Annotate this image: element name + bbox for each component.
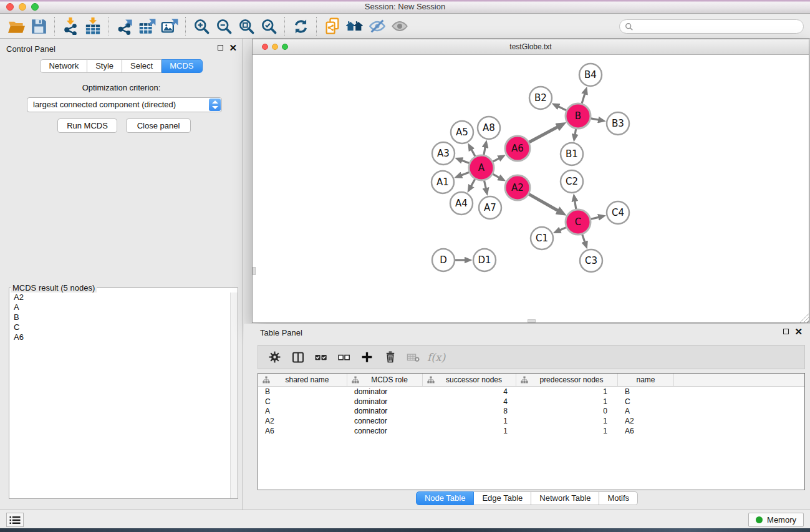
table-cell[interactable]: A2 xyxy=(258,417,347,425)
node-A3[interactable]: A3 xyxy=(432,142,455,165)
edge-C-C4[interactable] xyxy=(591,217,599,219)
node-C1[interactable]: C1 xyxy=(531,227,553,249)
table-header[interactable]: shared nameMCDS rolesuccessor nodesprede… xyxy=(258,374,804,387)
memory-button[interactable]: Memory xyxy=(748,513,804,527)
column-header-name[interactable]: name xyxy=(618,374,674,386)
select-all-icon[interactable] xyxy=(311,348,331,367)
table-cell[interactable]: 1 xyxy=(423,427,516,435)
minimize-window-button[interactable] xyxy=(19,3,26,11)
table-options-icon[interactable] xyxy=(264,348,285,367)
edge-A2-C[interactable] xyxy=(529,194,558,211)
tab-mcds[interactable]: MCDS xyxy=(162,59,202,73)
save-session-icon[interactable] xyxy=(27,16,50,37)
table-cell[interactable]: 1 xyxy=(516,397,618,406)
zoom-out-icon[interactable] xyxy=(213,16,235,37)
show-all-icon[interactable] xyxy=(388,16,411,37)
new-network-from-selection-icon[interactable] xyxy=(321,16,344,37)
table-row[interactable]: Cdominator41C xyxy=(258,397,804,407)
column-header-predecessor-nodes[interactable]: predecessor nodes xyxy=(516,374,618,386)
column-header-shared-name[interactable]: shared name xyxy=(258,374,347,386)
tab-motifs[interactable]: Motifs xyxy=(599,491,638,505)
node-C3[interactable]: C3 xyxy=(580,249,602,272)
tab-style[interactable]: Style xyxy=(87,59,122,73)
edge-B-B4[interactable] xyxy=(582,94,585,104)
table-cell[interactable]: connector xyxy=(347,417,423,425)
zoom-selected-icon[interactable] xyxy=(258,16,280,37)
hide-selected-icon[interactable] xyxy=(366,16,388,37)
open-session-icon[interactable] xyxy=(5,16,27,37)
float-panel-icon[interactable] xyxy=(218,45,223,51)
net-minimize-button[interactable] xyxy=(272,44,278,50)
close-table-panel-icon[interactable]: ✕ xyxy=(794,328,803,335)
node-B[interactable]: B xyxy=(566,104,591,128)
table-cell[interactable]: 0 xyxy=(516,407,618,415)
table-cell[interactable]: A6 xyxy=(258,427,347,435)
table-cell[interactable]: dominator xyxy=(347,387,423,396)
close-window-button[interactable] xyxy=(6,3,14,11)
table-cell[interactable]: B xyxy=(258,387,347,396)
table-cell[interactable]: A2 xyxy=(618,417,674,425)
import-table-icon[interactable] xyxy=(82,16,104,37)
close-panel-icon[interactable]: ✕ xyxy=(229,44,237,51)
column-header-MCDS-role[interactable]: MCDS role xyxy=(347,374,423,386)
tab-network-table[interactable]: Network Table xyxy=(531,491,599,505)
table-cell[interactable]: 1 xyxy=(423,417,516,425)
node-A6[interactable]: A6 xyxy=(505,136,530,161)
result-item[interactable]: A2 xyxy=(9,293,238,302)
table-cell[interactable]: A6 xyxy=(618,427,674,435)
search-input[interactable] xyxy=(634,22,798,32)
edge-A-A3[interactable] xyxy=(461,160,469,163)
criterion-select[interactable]: largest connected component (directed) xyxy=(27,97,222,112)
result-item[interactable]: B xyxy=(9,312,238,322)
table-row[interactable]: A2connector11A2 xyxy=(258,416,804,426)
float-table-panel-icon[interactable] xyxy=(783,329,789,334)
node-A5[interactable]: A5 xyxy=(451,121,473,143)
tab-node-table[interactable]: Node Table xyxy=(416,491,475,505)
mcds-result-list[interactable]: A2ABCA6 xyxy=(9,293,238,498)
node-A2[interactable]: A2 xyxy=(505,175,530,200)
tab-edge-table[interactable]: Edge Table xyxy=(474,491,531,505)
node-C4[interactable]: C4 xyxy=(607,201,629,224)
table-cell[interactable]: dominator xyxy=(347,397,423,406)
node-D[interactable]: D xyxy=(432,249,455,271)
node-table[interactable]: shared nameMCDS rolesuccessor nodesprede… xyxy=(258,373,805,490)
export-network-icon[interactable] xyxy=(113,16,136,37)
import-network-icon[interactable] xyxy=(59,16,82,37)
edge-A-A7[interactable] xyxy=(484,181,486,189)
delete-column-icon[interactable] xyxy=(380,348,400,367)
table-cell[interactable]: B xyxy=(618,387,674,396)
table-cell[interactable]: 1 xyxy=(516,387,618,396)
function-builder-icon[interactable]: f(x) xyxy=(426,351,445,364)
export-image-icon[interactable] xyxy=(158,16,181,37)
table-cell[interactable]: C xyxy=(618,397,674,406)
table-cell[interactable]: dominator xyxy=(347,407,423,415)
add-column-icon[interactable] xyxy=(357,348,377,367)
edge-B-B2[interactable] xyxy=(558,106,566,110)
zoom-in-icon[interactable] xyxy=(190,16,213,37)
net-close-button[interactable] xyxy=(262,44,268,50)
node-C2[interactable]: C2 xyxy=(561,170,583,193)
edge-A-A2[interactable] xyxy=(493,174,499,178)
close-panel-button[interactable]: Close panel xyxy=(126,118,191,133)
edge-A-A6[interactable] xyxy=(493,158,499,162)
node-A1[interactable]: A1 xyxy=(432,171,454,193)
network-graph[interactable]: B4B2B3A5A8A3B1A1C2A4A7C4C1C3DD1BA6AA2C xyxy=(253,55,809,322)
zoom-window-button[interactable] xyxy=(31,3,39,11)
node-B1[interactable]: B1 xyxy=(561,143,583,165)
edge-C-C1[interactable] xyxy=(559,228,566,231)
node-A7[interactable]: A7 xyxy=(479,196,501,219)
zoom-fit-icon[interactable] xyxy=(235,16,258,37)
result-item[interactable]: C xyxy=(9,322,238,332)
node-B2[interactable]: B2 xyxy=(529,87,552,109)
net-zoom-button[interactable] xyxy=(282,44,288,50)
table-cell[interactable]: 4 xyxy=(423,387,516,396)
tab-select[interactable]: Select xyxy=(122,59,162,73)
table-cell[interactable]: 4 xyxy=(423,397,516,406)
node-A8[interactable]: A8 xyxy=(478,117,500,139)
deselect-all-icon[interactable] xyxy=(334,348,354,367)
node-A4[interactable]: A4 xyxy=(450,192,473,215)
table-row[interactable]: Bdominator41B xyxy=(258,387,804,397)
node-B3[interactable]: B3 xyxy=(607,112,629,135)
edge-A6-B[interactable] xyxy=(529,127,559,142)
table-cell[interactable]: connector xyxy=(347,427,423,435)
